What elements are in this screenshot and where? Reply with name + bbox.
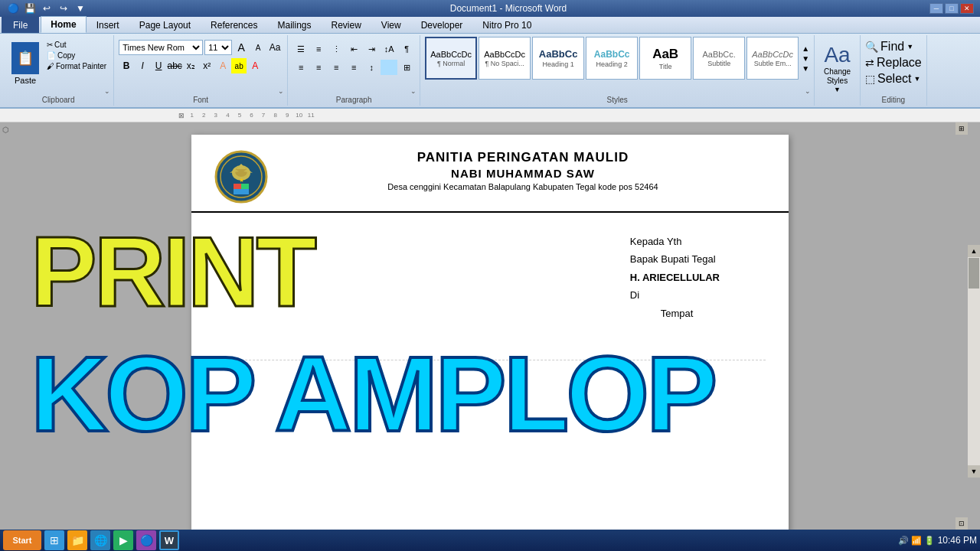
list-btns: ☰ ≡ ⋮ ⇤ ⇥ ↕A ¶ (292, 41, 415, 57)
bold-btn[interactable]: B (119, 58, 134, 73)
font-group: Times New Rom 11 A A Aa B I U abc x₂ x² … (114, 35, 288, 106)
tab-developer[interactable]: Developer (411, 17, 473, 33)
recipient-block: Kepada Yth Bapak Bupati Tegal H. ARIECEL… (630, 233, 720, 322)
font-color-btn[interactable]: A (247, 58, 263, 73)
align-center-btn[interactable]: ≡ (310, 60, 327, 75)
font-group-label: Font (114, 96, 287, 104)
style-title[interactable]: AaB Title (639, 37, 691, 80)
taskbar-logo[interactable]: 🔵 (136, 530, 156, 550)
clipboard-small-btns: ✂ Cut 📄 Copy 🖌 Format Painter (44, 40, 109, 71)
select-arrow: ▼ (914, 75, 921, 83)
ribbon-tabs: File Home Insert Page Layout References … (0, 17, 980, 34)
vertical-scrollbar[interactable]: ▲ ▼ (968, 245, 980, 478)
copy-button[interactable]: 📄 Copy (44, 51, 109, 60)
tab-file[interactable]: File (2, 17, 39, 33)
ribbon: 📋 Paste ✂ Cut 📄 Copy 🖌 Format Painter Cl… (0, 34, 980, 109)
styles-expand[interactable]: ⌄ (805, 87, 811, 95)
org-name1: PANITIA PERINGATAN MAULID (280, 150, 766, 165)
styles-scroll-down[interactable]: ▼ (802, 54, 809, 63)
page-view-btn2[interactable]: ⊡ (956, 517, 968, 530)
scroll-up-btn[interactable]: ▲ (968, 245, 980, 257)
clear-format-btn[interactable]: Aa (267, 40, 283, 55)
subscript-btn[interactable]: x₂ (183, 58, 198, 73)
taskbar-folder[interactable]: 📁 (67, 530, 87, 550)
format-painter-label: Format Painter (56, 62, 106, 70)
superscript-btn[interactable]: x² (199, 58, 214, 73)
tab-insert[interactable]: Insert (87, 17, 129, 33)
paragraph-expand[interactable]: ⌄ (410, 87, 416, 95)
style-heading1[interactable]: AaBbCc Heading 1 (532, 37, 584, 80)
page-view-btn[interactable]: ⊞ (956, 122, 968, 135)
explorer-icon: ⊞ (50, 534, 59, 546)
ruler-toggle[interactable]: ⊠ (176, 112, 187, 119)
align-left-btn[interactable]: ≡ (292, 60, 309, 75)
justify-btn[interactable]: ≡ (345, 60, 362, 75)
style-heading2[interactable]: AaBbCc Heading 2 (586, 37, 638, 80)
cut-button[interactable]: ✂ Cut (44, 40, 109, 50)
italic-btn[interactable]: I (135, 58, 150, 73)
style-subtitle[interactable]: AaBbCc. Subtitle (693, 37, 745, 80)
line-spacing-btn[interactable]: ↕ (363, 60, 380, 75)
underline-btn[interactable]: U (151, 58, 166, 73)
tab-mailings[interactable]: Mailings (267, 17, 321, 33)
styles-group-label: Styles (420, 96, 814, 104)
sort-btn[interactable]: ↕A (381, 41, 397, 57)
shading-btn[interactable] (381, 60, 397, 75)
align-right-btn[interactable]: ≡ (328, 60, 345, 75)
tray-icons: 🔊 📶 🔋 (898, 536, 935, 546)
select-btn[interactable]: ⬚ Select ▼ (865, 72, 920, 86)
left-sidebar-btn[interactable]: ⬡ (2, 126, 9, 134)
text-highlight-btn[interactable]: ab (231, 58, 247, 73)
decrease-indent-btn[interactable]: ⇤ (345, 41, 362, 57)
tab-view[interactable]: View (371, 17, 411, 33)
save-qa-btn[interactable]: 💾 (23, 2, 37, 15)
taskbar-explorer[interactable]: ⊞ (44, 530, 64, 550)
logo-svg: ★ (214, 150, 268, 204)
scroll-track[interactable] (968, 257, 980, 465)
start-btn[interactable]: Start (3, 530, 41, 550)
bullet-list-btn[interactable]: ☰ (292, 41, 309, 57)
redo-qa-btn[interactable]: ↪ (57, 2, 70, 15)
style-nospace[interactable]: AaBbCcDc ¶ No Spaci... (479, 37, 531, 80)
maximize-btn[interactable]: □ (945, 3, 959, 14)
border-btn[interactable]: ⊞ (398, 60, 415, 75)
taskbar-chrome[interactable]: 🌐 (90, 530, 110, 550)
styles-scroll-up[interactable]: ▲ (802, 44, 809, 53)
multilevel-list-btn[interactable]: ⋮ (328, 41, 345, 57)
tab-home[interactable]: Home (41, 16, 86, 33)
clipboard-expand[interactable]: ⌄ (104, 87, 110, 95)
recipient-place: Tempat (661, 305, 720, 322)
number-list-btn[interactable]: ≡ (310, 41, 327, 57)
scroll-down-btn[interactable]: ▼ (968, 465, 980, 478)
style-subtle-em[interactable]: AaBbCcDc Subtle Em... (746, 37, 799, 80)
tab-page-layout[interactable]: Page Layout (129, 17, 201, 33)
taskbar-media[interactable]: ▶ (113, 530, 133, 550)
find-btn[interactable]: 🔍 Find ▼ (865, 40, 913, 54)
grow-font-btn[interactable]: A (234, 40, 249, 55)
tab-nitro[interactable]: Nitro Pro 10 (472, 17, 541, 33)
tab-references[interactable]: References (201, 17, 267, 33)
paste-button[interactable]: 📋 Paste (8, 40, 43, 87)
tab-review[interactable]: Review (321, 17, 371, 33)
taskbar-word[interactable]: W (159, 530, 179, 550)
minimize-btn[interactable]: ─ (929, 3, 943, 14)
font-family-select[interactable]: Times New Rom (119, 40, 203, 55)
increase-indent-btn[interactable]: ⇥ (363, 41, 380, 57)
font-expand[interactable]: ⌄ (278, 87, 284, 95)
show-para-btn[interactable]: ¶ (398, 41, 415, 57)
undo-qa-btn[interactable]: ↩ (40, 2, 54, 15)
styles-more[interactable]: ▼ (802, 64, 809, 73)
close-btn[interactable]: ✕ (960, 3, 974, 14)
more-qa-btn[interactable]: ▼ (74, 2, 87, 15)
style-normal[interactable]: AaBbCcDc ¶ Normal (425, 37, 477, 80)
change-styles-btn[interactable]: Aa ChangeStyles ▼ (824, 37, 851, 93)
title-bar-left: 🔵 💾 ↩ ↪ ▼ (6, 2, 87, 15)
font-controls-row: Times New Rom 11 A A Aa (119, 40, 283, 55)
shrink-font-btn[interactable]: A (250, 40, 266, 55)
replace-btn[interactable]: ⇄ Replace (865, 56, 922, 70)
format-painter-button[interactable]: 🖌 Format Painter (44, 61, 109, 71)
text-effects-btn[interactable]: A (215, 58, 230, 73)
strikethrough-btn[interactable]: abc (167, 58, 182, 73)
scroll-thumb[interactable] (969, 258, 979, 289)
font-size-select[interactable]: 11 (204, 40, 232, 55)
